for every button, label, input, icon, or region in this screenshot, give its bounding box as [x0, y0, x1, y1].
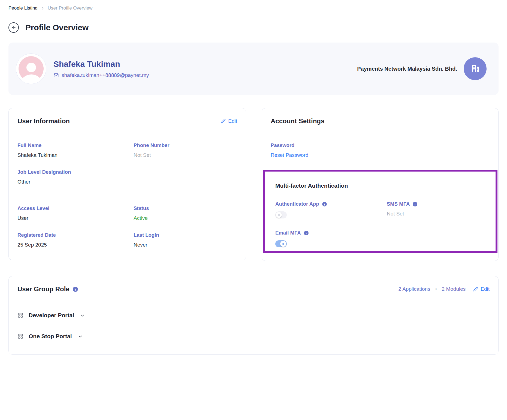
field-value: Not Set: [134, 152, 237, 158]
edit-label: Edit: [228, 118, 237, 124]
mfa-sms: SMS MFA Not Set: [387, 201, 485, 218]
field-label: SMS MFA: [387, 201, 410, 207]
page: People Listing User Profile Overview Pro…: [0, 0, 507, 355]
field-registered-date: Registered Date 25 Sep 2025: [17, 232, 134, 248]
field-label: Authenticator App: [275, 201, 319, 207]
profile-identity: Shafeka Tukiman shafeka.tukiman++88889@p…: [53, 59, 149, 78]
company-block: Payments Network Malaysia Sdn. Bhd.: [357, 57, 487, 80]
user-group-role-title: User Group Role: [17, 285, 78, 293]
title-row: Profile Overview: [8, 22, 499, 33]
field-access-level: Access Level User: [17, 205, 134, 221]
avatar-head-shape: [26, 63, 36, 72]
apps-grid-icon: [17, 312, 23, 318]
profile-header-card: Shafeka Tukiman shafeka.tukiman++88889@p…: [8, 43, 499, 95]
group-label: One Stop Portal: [29, 333, 72, 340]
avatar: [16, 53, 46, 84]
group-label: Developer Portal: [29, 312, 74, 319]
field-label: Phone Number: [134, 142, 237, 148]
mfa-title: Multi-factor Authentication: [275, 182, 485, 189]
field-label: Last Login: [134, 232, 237, 238]
pencil-icon: [221, 119, 226, 124]
field-status: Status Active: [134, 205, 237, 221]
modules-count: 2 Modules: [442, 286, 466, 292]
mfa-highlight-box: Multi-factor Authentication Authenticato…: [263, 170, 497, 253]
summary-separator: •: [435, 286, 437, 292]
arrow-left-icon: [11, 25, 16, 30]
field-label: Access Level: [17, 205, 134, 211]
applications-count: 2 Applications: [398, 286, 430, 292]
field-label: Registered Date: [17, 232, 134, 238]
profile-name: Shafeka Tukiman: [53, 59, 149, 69]
info-icon[interactable]: [322, 202, 327, 206]
field-full-name: Full Name Shafeka Tukiman: [17, 142, 134, 158]
field-label: Password: [271, 142, 490, 148]
group-row-developer-portal[interactable]: Developer Portal: [17, 305, 490, 326]
chevron-right-icon: [41, 7, 44, 10]
company-name: Payments Network Malaysia Sdn. Bhd.: [357, 66, 457, 72]
info-icon[interactable]: [304, 231, 309, 235]
profile-email: shafeka.tukiman++88889@paynet.my: [62, 72, 149, 78]
field-value: Never: [134, 242, 237, 248]
authenticator-app-toggle[interactable]: [275, 211, 287, 218]
toggle-knob: [280, 241, 286, 247]
group-row-one-stop-portal[interactable]: One Stop Portal: [17, 326, 490, 347]
mfa-email: Email MFA: [275, 230, 387, 247]
toggle-knob: [276, 212, 282, 218]
info-icon[interactable]: [73, 287, 78, 292]
field-phone-number: Phone Number Not Set: [134, 142, 237, 158]
breadcrumb-user-profile-overview: User Profile Overview: [48, 5, 92, 11]
info-icon[interactable]: [413, 202, 417, 206]
field-label: Full Name: [17, 142, 134, 148]
apps-grid-icon: [17, 333, 23, 339]
chevron-down-icon: [78, 334, 83, 339]
field-job-level-designation: Job Level Designation Other: [17, 169, 134, 185]
edit-label: Edit: [481, 286, 490, 292]
field-value: Shafeka Tukiman: [17, 152, 134, 158]
user-information-edit-button[interactable]: Edit: [221, 118, 237, 124]
user-group-role-title-text: User Group Role: [17, 285, 70, 293]
user-information-title: User Information: [17, 117, 70, 125]
field-label: Email MFA: [275, 230, 301, 236]
breadcrumb: People Listing User Profile Overview: [8, 5, 499, 11]
field-value: Other: [17, 179, 134, 185]
field-password: Password Reset Password: [271, 142, 490, 158]
account-settings-card: Account Settings Password Reset Password…: [262, 108, 499, 261]
user-group-role-card: User Group Role 2 Applications • 2 Modul…: [8, 276, 499, 355]
back-button[interactable]: [8, 22, 19, 33]
field-label: Job Level Designation: [17, 169, 134, 175]
reset-password-link[interactable]: Reset Password: [271, 152, 308, 158]
field-label: Status: [134, 205, 237, 211]
field-last-login: Last Login Never: [134, 232, 237, 248]
pencil-icon: [473, 287, 478, 292]
envelope-icon: [53, 73, 59, 78]
account-settings-title: Account Settings: [271, 117, 324, 125]
field-value: User: [17, 215, 134, 221]
status-value: Active: [134, 215, 237, 221]
field-value: 25 Sep 2025: [17, 242, 134, 248]
building-icon: [464, 57, 487, 80]
user-group-role-edit-button[interactable]: Edit: [473, 286, 490, 292]
page-title: Profile Overview: [25, 23, 89, 32]
user-information-card: User Information Edit Full Name Shafeka …: [8, 108, 246, 260]
mfa-authenticator-app: Authenticator App: [275, 201, 387, 218]
chevron-down-icon: [80, 313, 85, 318]
email-mfa-toggle[interactable]: [275, 240, 287, 247]
breadcrumb-people-listing[interactable]: People Listing: [8, 5, 38, 11]
sms-mfa-value: Not Set: [387, 211, 485, 217]
